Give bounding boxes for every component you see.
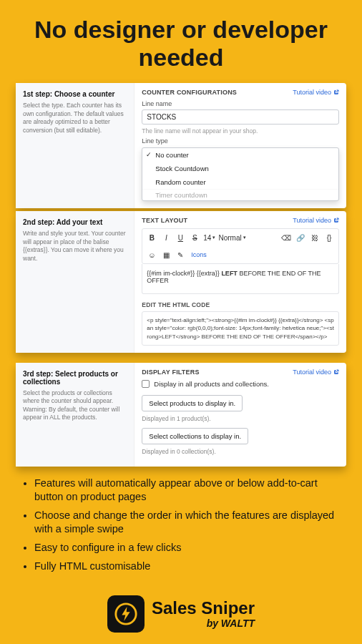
- step2-panel: 2nd step: Add your text Write and style …: [16, 211, 346, 353]
- step3-content: DISPLAY FILTERS Tutorial video Display i…: [134, 363, 346, 467]
- dropdown-option[interactable]: Stock Countdown: [142, 162, 338, 175]
- font-size-select[interactable]: 14▾: [203, 232, 215, 243]
- brand-logo: [107, 595, 145, 633]
- code-button[interactable]: {}: [323, 232, 335, 243]
- brand-footer: Sales Sniper by WALTT: [0, 595, 362, 633]
- step1-desc: Select the type. Each counter has its ow…: [23, 102, 127, 135]
- collections-count: Displayed in 0 collection(s).: [142, 448, 339, 455]
- emoji-button[interactable]: ☺: [146, 249, 157, 260]
- feature-bullets: Features will automatically appear above…: [34, 477, 341, 573]
- tutorial-link-step3[interactable]: Tutorial video: [293, 369, 339, 376]
- tutorial-label: Tutorial video: [293, 89, 331, 96]
- select-collections-button[interactable]: Select collections to display in.: [142, 428, 248, 444]
- italic-button[interactable]: I: [160, 232, 172, 243]
- link-button[interactable]: 🔗: [295, 232, 306, 243]
- icons-link[interactable]: Icons: [191, 251, 207, 258]
- external-link-icon: [333, 218, 339, 223]
- step2-title: 2nd step: Add your text: [23, 218, 127, 226]
- page-headline: No designer or developer needed: [0, 0, 362, 79]
- line-name-hint: The line name will not appear in your sh…: [142, 127, 339, 135]
- chevron-down-icon: ▾: [243, 235, 246, 240]
- line-type-dropdown[interactable]: ✓No counter Stock Countdown Random count…: [142, 147, 339, 201]
- format-select[interactable]: Normal▾: [218, 232, 245, 243]
- checkbox[interactable]: [142, 380, 150, 388]
- editor-content: {{#im im-clock#}} {{extra}} LEFT BEFORE …: [147, 270, 321, 284]
- step1-panel: 1st step: Choose a counter Select the ty…: [16, 83, 346, 208]
- unlink-button[interactable]: ⛓: [309, 232, 321, 243]
- html-code-box[interactable]: <p style="text-align:left;"><strong>{{#i…: [142, 311, 339, 346]
- list-item: Features will automatically appear above…: [34, 477, 341, 504]
- step2-section-label: TEXT LAYOUT: [142, 217, 187, 224]
- step1-sidebar: 1st step: Choose a counter Select the ty…: [16, 83, 134, 208]
- bolt-icon: [114, 602, 138, 626]
- step1-content: COUNTER CONFIGURATIONS Tutorial video Li…: [134, 83, 346, 208]
- line-type-label: Line type: [142, 137, 339, 145]
- line-name-input[interactable]: [142, 109, 339, 125]
- dropdown-option[interactable]: ✓No counter: [142, 148, 338, 162]
- step3-title: 3rd step: Select products or collections: [23, 370, 127, 386]
- select-products-button[interactable]: Select products to display in.: [142, 395, 243, 411]
- image-button[interactable]: ▦: [160, 249, 172, 260]
- checkbox-label: Display in all products and collections.: [154, 380, 269, 388]
- check-icon: ✓: [146, 151, 152, 158]
- step1-section-label: COUNTER CONFIGURATIONS: [142, 89, 237, 96]
- external-link-icon: [333, 369, 339, 375]
- step3-panel: 3rd step: Select products or collections…: [16, 363, 346, 467]
- chevron-down-icon: ▾: [212, 235, 215, 240]
- strike-button[interactable]: S: [189, 232, 200, 243]
- dropdown-option[interactable]: Random counter: [142, 175, 338, 189]
- step1-title: 1st step: Choose a counter: [23, 90, 127, 98]
- undo-button[interactable]: ✎: [175, 249, 186, 260]
- step2-sidebar: 2nd step: Add your text Write and style …: [16, 211, 134, 353]
- tutorial-link-step1[interactable]: Tutorial video: [293, 89, 339, 96]
- brand-by: by WALTT: [207, 618, 255, 628]
- underline-button[interactable]: U: [175, 232, 186, 243]
- list-item: Easy to configure in a few clicks: [34, 541, 341, 555]
- dropdown-option[interactable]: Timer countdown: [142, 189, 338, 200]
- step3-sidebar: 3rd step: Select products or collections…: [16, 363, 134, 467]
- step3-desc: Select the products or collections where…: [23, 389, 127, 422]
- brand-name: Sales Sniper: [152, 600, 255, 617]
- external-link-icon: [333, 89, 339, 95]
- rich-text-toolbar: B I U S 14▾ Normal▾ ⌫ 🔗 ⛓ {} ☺ ▦ ✎ Icons: [142, 228, 339, 264]
- rich-text-editor[interactable]: {{#im im-clock#}} {{extra}} LEFT BEFORE …: [142, 264, 339, 294]
- bold-button[interactable]: B: [146, 232, 157, 243]
- brand-text: Sales Sniper by WALTT: [152, 600, 255, 628]
- step3-section-label: DISPLAY FILTERS: [142, 369, 199, 376]
- tutorial-link-step2[interactable]: Tutorial video: [293, 217, 339, 224]
- list-item: Choose and change the order in which the…: [34, 509, 341, 537]
- line-name-label: Line name: [142, 100, 339, 107]
- tutorial-label: Tutorial video: [293, 369, 331, 376]
- clear-format-button[interactable]: ⌫: [280, 232, 292, 243]
- html-code-label: EDIT THE HTML CODE: [142, 301, 339, 308]
- step2-content: TEXT LAYOUT Tutorial video B I U S 14▾ N…: [134, 211, 346, 353]
- step2-desc: Write and style your text. Your counter …: [23, 230, 127, 263]
- list-item: Fully HTML customisable: [34, 560, 341, 574]
- tutorial-label: Tutorial video: [293, 217, 331, 224]
- display-all-row[interactable]: Display in all products and collections.: [142, 380, 339, 388]
- products-count: Displayed in 1 product(s).: [142, 415, 339, 422]
